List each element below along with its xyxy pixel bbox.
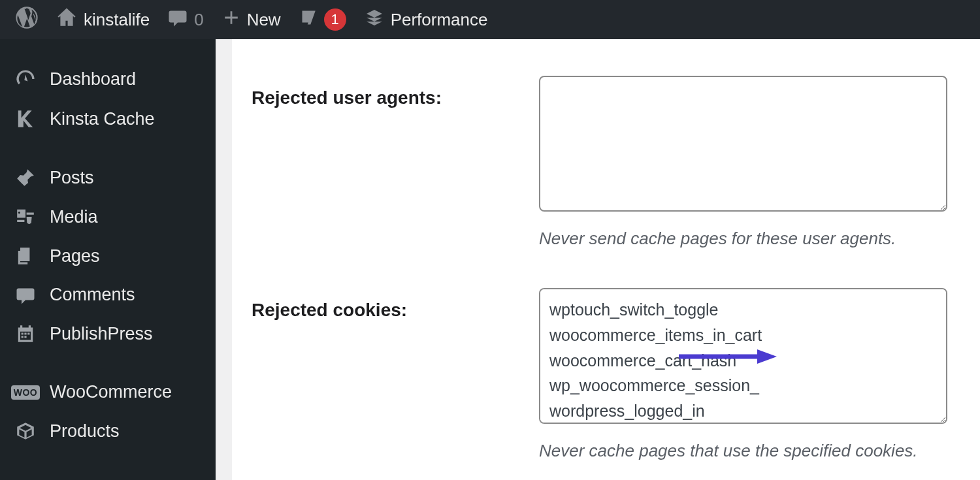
rejected-cookies-row: Rejected cookies: Never cache pages that… bbox=[252, 288, 947, 461]
media-icon bbox=[13, 206, 38, 227]
sidebar-item-label: Products bbox=[50, 421, 120, 441]
rejected-user-agents-label: Rejected user agents: bbox=[252, 76, 539, 108]
rejected-user-agents-helper: Never send cache pages for these user ag… bbox=[539, 229, 947, 249]
new-content-link[interactable]: New bbox=[216, 0, 287, 39]
performance-link[interactable]: Performance bbox=[358, 0, 495, 39]
sidebar-item-label: Media bbox=[50, 207, 98, 227]
calendar-icon bbox=[13, 323, 38, 344]
sidebar-item-label: Pages bbox=[50, 246, 100, 266]
pin-icon bbox=[13, 167, 38, 188]
performance-icon bbox=[365, 8, 384, 32]
kinsta-icon bbox=[13, 108, 38, 129]
comments-link[interactable]: 0 bbox=[161, 0, 210, 39]
dashboard-icon bbox=[13, 68, 38, 90]
comments-count: 0 bbox=[194, 10, 203, 30]
sidebar-item-label: WooCommerce bbox=[50, 382, 172, 402]
performance-label: Performance bbox=[391, 10, 488, 30]
admin-sidebar: Dashboard Kinsta Cache Posts Media bbox=[0, 39, 216, 480]
home-icon bbox=[56, 7, 77, 33]
comment-icon bbox=[168, 8, 188, 32]
comments-icon bbox=[13, 285, 38, 305]
sidebar-item-comments[interactable]: Comments bbox=[0, 276, 216, 314]
sidebar-item-label: Comments bbox=[50, 285, 135, 305]
rejected-user-agents-textarea[interactable] bbox=[539, 76, 947, 212]
sidebar-item-media[interactable]: Media bbox=[0, 197, 216, 236]
site-link[interactable]: kinstalife bbox=[50, 0, 156, 39]
woocommerce-icon: WOO bbox=[13, 385, 38, 400]
admin-toolbar: kinstalife 0 New 1 Performance bbox=[0, 0, 980, 39]
sidebar-item-pages[interactable]: Pages bbox=[0, 236, 216, 276]
rejected-cookies-helper: Never cache pages that use the specified… bbox=[539, 441, 947, 461]
sidebar-item-dashboard[interactable]: Dashboard bbox=[0, 59, 216, 99]
sidebar-item-products[interactable]: Products bbox=[0, 411, 216, 451]
box-icon bbox=[13, 421, 38, 441]
sidebar-item-label: PublishPress bbox=[50, 324, 153, 344]
wp-logo-link[interactable] bbox=[9, 0, 44, 39]
sidebar-item-label: Kinsta Cache bbox=[50, 109, 155, 129]
pages-icon bbox=[13, 246, 38, 266]
new-label: New bbox=[247, 10, 281, 30]
sidebar-item-woocommerce[interactable]: WOO WooCommerce bbox=[0, 373, 216, 411]
sidebar-item-kinsta-cache[interactable]: Kinsta Cache bbox=[0, 99, 216, 138]
settings-panel: Rejected user agents: Never send cache p… bbox=[216, 39, 980, 480]
plus-icon bbox=[222, 8, 240, 31]
yoast-notification-badge: 1 bbox=[324, 8, 346, 31]
rejected-user-agents-row: Rejected user agents: Never send cache p… bbox=[252, 76, 947, 249]
site-name: kinstalife bbox=[84, 10, 150, 30]
rejected-cookies-label: Rejected cookies: bbox=[252, 288, 539, 321]
sidebar-item-posts[interactable]: Posts bbox=[0, 158, 216, 197]
sidebar-item-label: Dashboard bbox=[50, 69, 136, 89]
rejected-cookies-textarea[interactable] bbox=[539, 288, 947, 424]
yoast-icon bbox=[299, 8, 319, 32]
sidebar-item-publishpress[interactable]: PublishPress bbox=[0, 314, 216, 353]
wordpress-icon bbox=[16, 7, 38, 33]
yoast-link[interactable]: 1 bbox=[293, 0, 353, 39]
sidebar-item-label: Posts bbox=[50, 168, 94, 188]
